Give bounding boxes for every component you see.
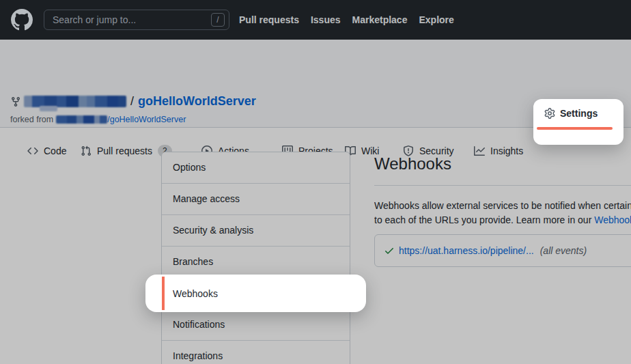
webhooks-nav-spotlight: Webhooks (145, 275, 366, 312)
settings-tab-spotlight: Settings (533, 99, 623, 145)
github-settings-page: / Pull requests Issues Marketplace Explo… (0, 0, 631, 364)
tab-settings-label: Settings (560, 108, 598, 119)
settings-nav-webhooks[interactable]: Webhooks (162, 277, 350, 310)
settings-tab-underline (537, 127, 613, 130)
gear-icon (544, 108, 555, 119)
tab-settings[interactable]: Settings (544, 108, 598, 119)
